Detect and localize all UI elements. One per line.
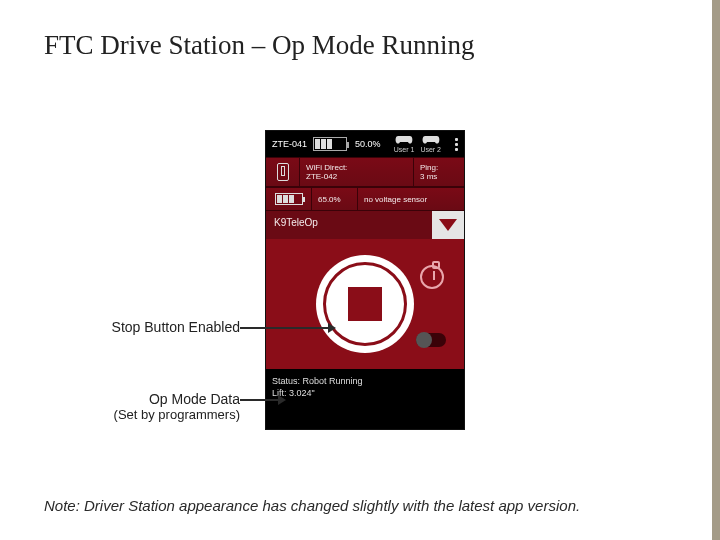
gamepad1-icon: User 1	[394, 135, 415, 153]
arrow-to-telemetry	[240, 399, 280, 401]
rc-battery-pct: 65.0%	[312, 188, 358, 210]
callout-stop-label: Stop Button Enabled	[112, 319, 240, 335]
phone-mock: ZTE-041 50.0% User 1 User 2	[265, 130, 465, 430]
gamepad2-icon: User 2	[420, 135, 441, 153]
ping-label: Ping:	[420, 163, 438, 172]
telemetry-panel: Status: Robot Running Lift: 3.024"	[266, 369, 464, 429]
wifi-direct-cell: WiFi Direct: ZTE-042	[300, 158, 414, 186]
footnote: Note: Driver Station appearance has chan…	[44, 497, 676, 514]
stop-icon	[348, 287, 382, 321]
device-name: ZTE-041	[272, 139, 307, 149]
opmode-dropdown-button[interactable]	[432, 211, 464, 239]
ping-cell: Ping: 3 ms	[414, 158, 464, 186]
telemetry-lift: Lift: 3.024"	[272, 387, 458, 399]
driver-station-screen: ZTE-041 50.0% User 1 User 2	[265, 130, 465, 430]
connection-row: WiFi Direct: ZTE-042 Ping: 3 ms	[266, 157, 464, 187]
callout-opmode-sub: (Set by programmers)	[100, 407, 240, 422]
timer-toggle[interactable]	[416, 333, 446, 347]
arrow-to-stop	[240, 327, 330, 329]
phone-icon	[277, 163, 289, 181]
menu-kebab-icon[interactable]	[455, 138, 458, 151]
ping-value: 3 ms	[420, 172, 438, 181]
run-controls-area	[266, 239, 464, 369]
callout-opmode-label: Op Mode Data	[100, 391, 240, 407]
rc-battery-icon	[275, 193, 303, 205]
stop-button[interactable]	[316, 255, 414, 353]
wifi-direct-value: ZTE-042	[306, 172, 347, 181]
telemetry-status: Status: Robot Running	[272, 375, 458, 387]
chevron-down-icon	[439, 219, 457, 231]
gamepad2-label: User 2	[420, 146, 441, 153]
ds-header-row: ZTE-041 50.0% User 1 User 2	[266, 131, 464, 157]
voltage-sensor-cell: no voltage sensor	[358, 188, 464, 210]
slide-container: FTC Drive Station – Op Mode Running ZTE-…	[0, 0, 720, 540]
robot-battery-row: 65.0% no voltage sensor	[266, 187, 464, 211]
opmode-name[interactable]: K9TeleOp	[266, 211, 432, 239]
opmode-selector-row: K9TeleOp	[266, 211, 464, 239]
wifi-direct-label: WiFi Direct:	[306, 163, 347, 172]
slide-right-edge	[712, 0, 720, 540]
callout-opmode: Op Mode Data (Set by programmers)	[100, 391, 240, 422]
gamepad1-label: User 1	[394, 146, 415, 153]
timer-icon[interactable]	[420, 265, 444, 289]
ds-battery-pct: 50.0%	[355, 139, 381, 149]
slide-title: FTC Drive Station – Op Mode Running	[44, 30, 676, 61]
gamepad-status: User 1 User 2	[394, 135, 441, 153]
ds-battery-icon	[313, 137, 347, 151]
callout-stop: Stop Button Enabled	[100, 319, 240, 335]
